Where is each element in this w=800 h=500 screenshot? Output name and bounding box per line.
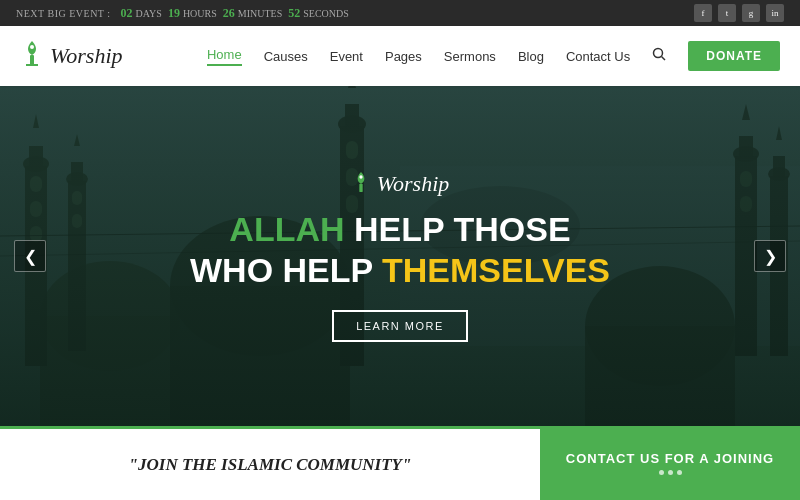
- svg-line-3: [662, 57, 666, 61]
- googleplus-icon[interactable]: g: [742, 4, 760, 22]
- dot-2: [668, 470, 673, 475]
- slider-next-arrow[interactable]: ❯: [754, 240, 786, 272]
- facebook-icon[interactable]: f: [694, 4, 712, 22]
- contact-text: CONTACT US FOR A JOINING: [566, 451, 774, 466]
- days-number: 02: [121, 6, 133, 21]
- hero-line2: WHO HELP THEMSELVES: [190, 250, 610, 291]
- hero-headline: ALLAH HELP THOSE WHO HELP THEMSELVES: [190, 209, 610, 291]
- hero-green-text: ALLAH: [229, 210, 344, 248]
- logo-icon: [20, 39, 44, 73]
- dot-3: [677, 470, 682, 475]
- learn-more-button[interactable]: LEARN MORE: [332, 310, 468, 342]
- svg-rect-48: [359, 183, 362, 191]
- nav-pages[interactable]: Pages: [385, 49, 422, 64]
- seconds-unit: SECONDS: [303, 8, 349, 19]
- nav-event[interactable]: Event: [330, 49, 363, 64]
- hours-number: 19: [168, 6, 180, 21]
- seconds-number: 52: [288, 6, 300, 21]
- instagram-icon[interactable]: in: [766, 4, 784, 22]
- search-icon[interactable]: [652, 47, 666, 65]
- hero-section: Worship ALLAH HELP THOSE WHO HELP THEMSE…: [0, 86, 800, 426]
- donate-button[interactable]: DONATE: [688, 41, 780, 71]
- hero-brand: Worship: [351, 170, 450, 199]
- bottom-bar: "JOIN THE ISLAMIC COMMUNITY" CONTACT US …: [0, 426, 800, 500]
- dot-1: [659, 470, 664, 475]
- hours-block: 19 HOURS: [168, 6, 217, 21]
- svg-point-0: [30, 45, 34, 49]
- event-label: NEXT BIG EVENT :: [16, 8, 111, 19]
- hero-brand-text: Worship: [377, 171, 450, 197]
- top-bar: NEXT BIG EVENT : 02 DAYS 19 HOURS 26 MIN…: [0, 0, 800, 26]
- hero-white-text2: WHO HELP: [190, 251, 373, 289]
- logo-text: Worship: [50, 43, 123, 69]
- community-join-section: "JOIN THE ISLAMIC COMMUNITY": [0, 426, 540, 500]
- svg-point-2: [654, 49, 663, 58]
- svg-point-47: [359, 175, 362, 178]
- minutes-block: 26 MINUTES: [223, 6, 282, 21]
- header: Worship Home Causes Event Pages Sermons …: [0, 26, 800, 86]
- minutes-unit: MINUTES: [238, 8, 282, 19]
- hero-logo-icon: [351, 170, 371, 199]
- seconds-block: 52 SECONDS: [288, 6, 349, 21]
- days-unit: DAYS: [136, 8, 162, 19]
- minutes-number: 26: [223, 6, 235, 21]
- hero-content: Worship ALLAH HELP THOSE WHO HELP THEMSE…: [0, 86, 800, 426]
- twitter-icon[interactable]: t: [718, 4, 736, 22]
- days-block: 02 DAYS: [121, 6, 162, 21]
- nav-blog[interactable]: Blog: [518, 49, 544, 64]
- hero-white-text1b: HELP THOSE: [354, 210, 571, 248]
- hero-yellow-text: THEMSELVES: [382, 251, 610, 289]
- social-icons: f t g in: [694, 4, 784, 22]
- nav-sermons[interactable]: Sermons: [444, 49, 496, 64]
- nav-home[interactable]: Home: [207, 47, 242, 66]
- nav: Home Causes Event Pages Sermons Blog Con…: [207, 41, 780, 71]
- decorative-dots: [659, 470, 682, 475]
- event-info: NEXT BIG EVENT : 02 DAYS 19 HOURS 26 MIN…: [16, 6, 349, 21]
- nav-contact[interactable]: Contact Us: [566, 49, 630, 64]
- logo[interactable]: Worship: [20, 39, 123, 73]
- nav-causes[interactable]: Causes: [264, 49, 308, 64]
- contact-section[interactable]: CONTACT US FOR A JOINING: [540, 426, 800, 500]
- hero-line1: ALLAH HELP THOSE: [190, 209, 610, 250]
- slider-prev-arrow[interactable]: ❮: [14, 240, 46, 272]
- community-text: "JOIN THE ISLAMIC COMMUNITY": [129, 455, 412, 475]
- svg-rect-1: [30, 55, 34, 65]
- hours-unit: HOURS: [183, 8, 217, 19]
